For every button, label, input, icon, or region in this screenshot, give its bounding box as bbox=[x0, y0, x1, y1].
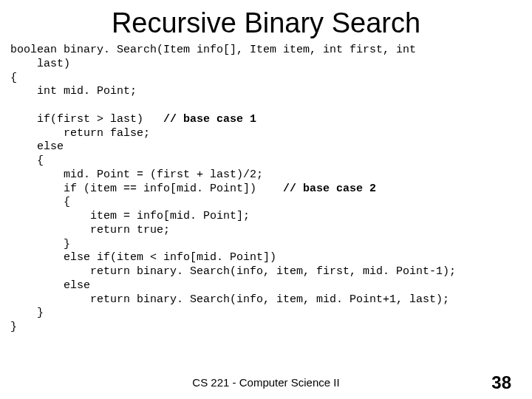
footer-text: CS 221 - Computer Science II bbox=[0, 376, 532, 389]
comment-base-case-1: // base case 1 bbox=[163, 113, 256, 126]
slide: Recursive Binary Search boolean binary. … bbox=[0, 0, 532, 399]
code-line: { bbox=[10, 196, 70, 208]
code-line: return binary. Search(info, item, first,… bbox=[10, 265, 456, 278]
code-line: return binary. Search(info, item, mid. P… bbox=[10, 293, 449, 306]
code-line: return true; bbox=[10, 224, 170, 236]
code-line: boolean binary. Search(Item info[], Item… bbox=[10, 44, 416, 56]
code-line: else if(item < info[mid. Point]) bbox=[10, 251, 276, 264]
code-line: last) bbox=[10, 58, 70, 70]
code-line: return false; bbox=[10, 127, 150, 140]
code-block: boolean binary. Search(Item info[], Item… bbox=[0, 44, 532, 335]
code-line: } bbox=[10, 307, 44, 319]
code-line: else bbox=[10, 140, 64, 153]
page-number: 38 bbox=[491, 372, 511, 393]
code-line: if (item == info[mid. Point]) bbox=[10, 183, 283, 195]
code-line: else bbox=[10, 279, 90, 292]
code-line: item = info[mid. Point]; bbox=[10, 210, 250, 222]
code-line: } bbox=[10, 321, 17, 333]
code-line: int mid. Point; bbox=[10, 85, 137, 98]
comment-base-case-2: // base case 2 bbox=[283, 183, 376, 195]
code-line: { bbox=[10, 154, 44, 167]
slide-title: Recursive Binary Search bbox=[0, 0, 532, 44]
code-line: } bbox=[10, 238, 70, 250]
code-line: if(first > last) bbox=[10, 113, 163, 126]
code-line: mid. Point = (first + last)/2; bbox=[10, 168, 263, 181]
code-line: { bbox=[10, 72, 17, 84]
